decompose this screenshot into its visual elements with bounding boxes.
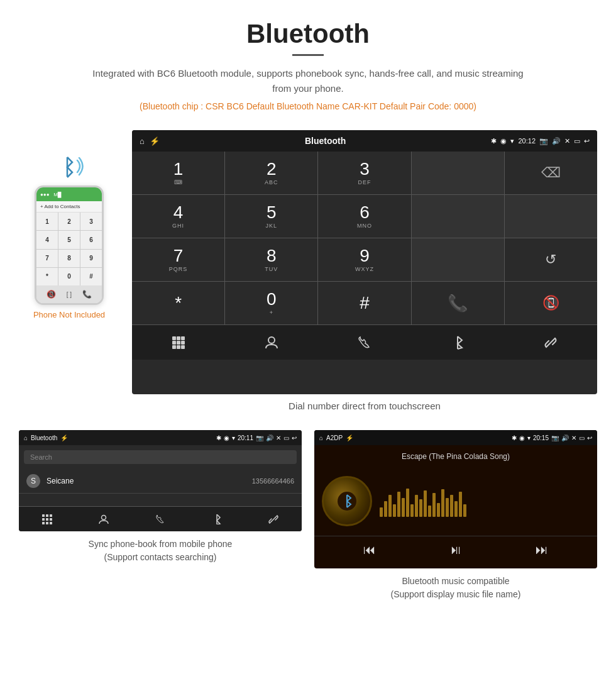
home-icon[interactable]: ⌂ <box>140 136 145 146</box>
key-hash[interactable]: # <box>318 282 410 324</box>
phone-end-icon: 📵 <box>47 290 56 299</box>
svg-rect-21 <box>50 522 52 524</box>
prev-track-btn[interactable]: ⏮ <box>363 543 376 557</box>
phone-key-3[interactable]: 3 <box>80 213 102 230</box>
vis-bar <box>415 495 418 517</box>
pb-bottom-grid[interactable] <box>19 507 75 531</box>
key-star[interactable]: * <box>132 282 224 324</box>
pb-status-right: ✱ ◉ ▾ 20:11 📷 🔊 ✕ ▭ ↩ <box>216 434 297 441</box>
music-cam-icon[interactable]: 📷 <box>551 434 559 441</box>
music-title: A2DP <box>326 434 343 441</box>
key-end[interactable]: 📵 <box>505 282 597 324</box>
dial-screen-wrapper: ⌂ ⚡ Bluetooth ✱ ◉ ▾ 20:12 📷 🔊 ✕ ▭ ↩ <box>132 130 597 424</box>
key-7-main: 7 <box>173 247 184 265</box>
contact-row[interactable]: S Seicane 13566664466 <box>19 469 302 494</box>
song-title: Escape (The Pina Colada Song) <box>402 452 510 461</box>
svg-rect-15 <box>50 514 52 517</box>
pb-back-icon[interactable]: ↩ <box>292 434 297 441</box>
pb-vol-icon[interactable]: 🔊 <box>266 434 273 441</box>
key-2-main: 2 <box>267 160 277 178</box>
phone-key-hash[interactable]: # <box>80 268 102 285</box>
svg-rect-20 <box>46 522 48 524</box>
bottom-contacts-icon[interactable] <box>225 325 318 360</box>
vis-bar <box>424 490 427 517</box>
key-call[interactable]: 📞 <box>412 282 504 324</box>
vis-bar <box>393 504 396 517</box>
phone-key-6[interactable]: 6 <box>80 231 102 248</box>
music-win-icon[interactable]: ▭ <box>579 434 585 441</box>
phonebook-spacer <box>19 494 302 506</box>
car-screen-large: ⌂ ⚡ Bluetooth ✱ ◉ ▾ 20:12 📷 🔊 ✕ ▭ ↩ <box>132 130 597 394</box>
phone-key-star[interactable]: * <box>36 268 58 285</box>
phone-key-2[interactable]: 2 <box>58 213 80 230</box>
pb-wifi-icon: ▾ <box>232 434 235 441</box>
svg-line-12 <box>549 341 553 345</box>
phonebook-search[interactable]: Search <box>24 450 297 464</box>
phone-key-7[interactable]: 7 <box>36 250 58 267</box>
music-block: ⌂ A2DP ⚡ ✱ ◉ ▾ 20:15 📷 🔊 ✕ ▭ ↩ E <box>314 430 597 601</box>
pb-home-icon[interactable]: ⌂ <box>24 434 28 441</box>
play-pause-btn[interactable]: ⏯ <box>449 543 462 557</box>
pb-bottom-person[interactable] <box>75 507 132 531</box>
gps-status-icon: ◉ <box>500 137 507 145</box>
window-icon[interactable]: ▭ <box>574 137 580 145</box>
key-3-sub: DEF <box>358 179 371 185</box>
svg-point-10 <box>268 337 275 343</box>
key-9[interactable]: 9 WXYZ <box>318 238 410 281</box>
svg-rect-6 <box>181 341 185 345</box>
pb-win-icon[interactable]: ▭ <box>283 434 289 441</box>
bottom-grid-icon[interactable] <box>132 325 225 360</box>
svg-rect-17 <box>46 518 48 521</box>
key-refresh[interactable]: ↺ <box>505 238 597 281</box>
back-icon[interactable]: ↩ <box>584 137 590 145</box>
phone-key-8[interactable]: 8 <box>58 250 80 267</box>
next-track-btn[interactable]: ⏭ <box>536 543 548 557</box>
music-vol-icon[interactable]: 🔊 <box>561 434 569 441</box>
music-back-icon[interactable]: ↩ <box>587 434 592 441</box>
bottom-bt-icon[interactable] <box>411 325 504 360</box>
key-hash-main: # <box>360 294 370 312</box>
key-4[interactable]: 4 GHI <box>132 195 224 238</box>
close-icon[interactable]: ✕ <box>564 137 570 145</box>
svg-rect-3 <box>181 336 185 340</box>
camera-icon[interactable]: 📷 <box>539 137 548 145</box>
phone-key-4[interactable]: 4 <box>36 231 58 248</box>
svg-rect-19 <box>42 522 45 524</box>
phone-key-9[interactable]: 9 <box>80 250 102 267</box>
pb-bottom-link[interactable] <box>245 507 302 531</box>
phone-call-icon: 📞 <box>82 290 92 299</box>
key-6[interactable]: 6 MNO <box>318 195 410 238</box>
bottom-call-icon[interactable] <box>318 325 411 360</box>
pb-x-icon[interactable]: ✕ <box>276 434 281 441</box>
bt-status-icon: ✱ <box>491 137 497 145</box>
phone-key-0[interactable]: 0 <box>58 268 80 285</box>
key-5-sub: JKL <box>266 223 278 229</box>
volume-icon[interactable]: 🔊 <box>552 137 561 145</box>
svg-rect-18 <box>50 518 52 521</box>
svg-rect-14 <box>46 514 48 517</box>
keypad-area: 1 ⌨ 2 ABC 3 DEF ⌫ <box>132 152 597 324</box>
key-2[interactable]: 2 ABC <box>225 152 317 194</box>
pb-grid-icon <box>42 514 52 524</box>
key-5[interactable]: 5 JKL <box>225 195 317 238</box>
pb-bottom-phone[interactable] <box>132 507 189 531</box>
key-1[interactable]: 1 ⌨ <box>132 152 224 194</box>
key-3[interactable]: 3 DEF <box>318 152 410 194</box>
keypad-grid: 1 ⌨ 2 ABC 3 DEF ⌫ <box>132 152 597 324</box>
key-7[interactable]: 7 PQRS <box>132 238 224 281</box>
key-delete[interactable]: ⌫ <box>505 152 597 194</box>
phone-key-5[interactable]: 5 <box>58 231 80 248</box>
music-status-bar: ⌂ A2DP ⚡ ✱ ◉ ▾ 20:15 📷 🔊 ✕ ▭ ↩ <box>314 430 597 445</box>
phone-key-1[interactable]: 1 <box>36 213 58 230</box>
key-8[interactable]: 8 TUV <box>225 238 317 281</box>
key-star-main: * <box>175 294 182 312</box>
music-x-icon[interactable]: ✕ <box>571 434 576 441</box>
refresh-icon: ↺ <box>545 252 556 268</box>
pb-bottom-bt[interactable] <box>189 507 245 531</box>
svg-rect-13 <box>42 514 45 517</box>
pb-cam-icon[interactable]: 📷 <box>256 434 263 441</box>
key-0[interactable]: 0 + <box>225 282 317 324</box>
music-home-icon[interactable]: ⌂ <box>319 434 323 441</box>
bottom-link-icon[interactable] <box>504 325 597 360</box>
key-empty-4 <box>412 238 504 281</box>
